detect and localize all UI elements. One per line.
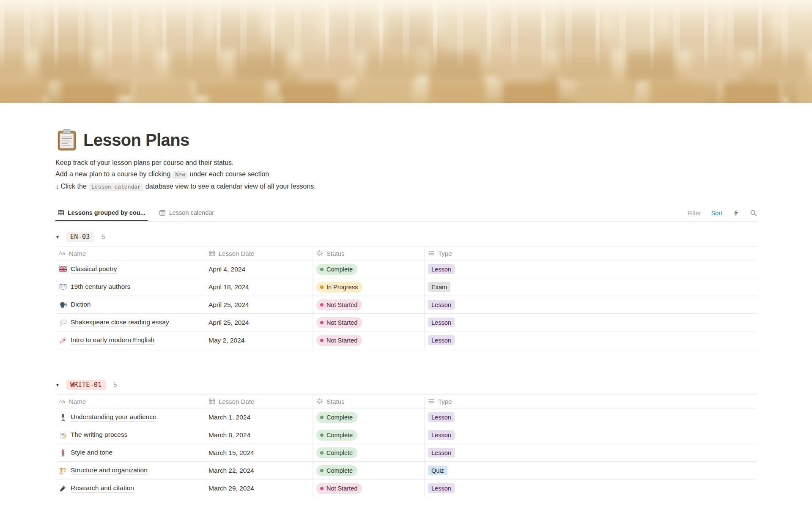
- table-row[interactable]: Diction April 25, 2024 Not Started Lesso…: [55, 296, 757, 314]
- table-row[interactable]: Shakespeare close reading essay April 25…: [55, 314, 757, 332]
- status-badge[interactable]: Complete: [316, 412, 357, 423]
- sort-button[interactable]: Sort: [711, 210, 722, 217]
- column-header-status[interactable]: Status: [313, 247, 425, 260]
- status-badge[interactable]: Complete: [316, 465, 357, 476]
- status-dot-icon: [320, 303, 324, 307]
- table-row[interactable]: Style and tone March 15, 2024 Complete L…: [55, 444, 757, 462]
- lightning-icon[interactable]: [732, 209, 740, 217]
- group-tag[interactable]: EN-03: [66, 232, 94, 242]
- type-badge[interactable]: Lesson: [428, 318, 455, 327]
- status-badge[interactable]: Complete: [316, 430, 357, 441]
- status-badge[interactable]: Not Started: [316, 317, 362, 328]
- status-dot-icon: [320, 285, 324, 289]
- lesson-date[interactable]: March 29, 2024: [205, 480, 313, 497]
- type-badge[interactable]: Lesson: [428, 448, 455, 458]
- status-badge[interactable]: Complete: [316, 447, 357, 458]
- description-text: Add a new plan to a course by clicking: [55, 170, 170, 178]
- lesson-date[interactable]: May 2, 2024: [205, 332, 313, 349]
- tab-lessons-grouped-by-course[interactable]: Lessons grouped by cou...: [55, 205, 148, 221]
- type-badge[interactable]: Lesson: [428, 335, 455, 345]
- lesson-title[interactable]: Research and citation: [71, 484, 134, 493]
- clipboard-icon[interactable]: [55, 128, 78, 152]
- search-icon[interactable]: [750, 209, 757, 217]
- lesson-title[interactable]: Diction: [71, 301, 91, 309]
- status-label: Not Started: [326, 319, 357, 326]
- lesson-title[interactable]: Structure and organization: [71, 466, 148, 475]
- lesson-date[interactable]: April 25, 2024: [205, 314, 313, 331]
- view-tabs: Lessons grouped by cou... Lesson calenda…: [55, 205, 225, 221]
- lesson-title[interactable]: Classical poetry: [71, 265, 117, 274]
- column-header-type[interactable]: Type: [425, 247, 757, 260]
- rocket-icon: [59, 336, 67, 345]
- column-header-status[interactable]: Status: [313, 395, 425, 408]
- course-group: ▼ EN-03 5 Name Lesson Date Status Type: [55, 227, 757, 349]
- type-badge[interactable]: Lesson: [428, 300, 455, 310]
- table-row[interactable]: The writing process March 8, 2024 Comple…: [55, 426, 757, 444]
- type-cell: Lesson: [425, 408, 757, 426]
- column-header-name[interactable]: Name: [55, 395, 205, 408]
- lesson-title[interactable]: Shakespeare close reading essay: [71, 318, 169, 327]
- lesson-date[interactable]: April 18, 2024: [205, 278, 313, 296]
- uk-flag-icon: [59, 265, 67, 274]
- cover-image[interactable]: [0, 0, 812, 103]
- group-header: ▼ EN-03 5: [55, 227, 757, 246]
- cover-light-glow: [0, 0, 812, 103]
- inline-code-lesson-calendar: Lesson calendar: [89, 183, 143, 191]
- status-badge[interactable]: Not Started: [316, 335, 362, 346]
- status-badge[interactable]: In Progress: [316, 282, 362, 293]
- status-dot-icon: [320, 433, 324, 437]
- table-row[interactable]: Structure and organization March 22, 202…: [55, 462, 757, 480]
- lesson-title[interactable]: Understanding your audience: [71, 413, 156, 422]
- type-badge[interactable]: Lesson: [428, 264, 455, 274]
- group-toggle-icon[interactable]: ▼: [55, 383, 66, 387]
- lesson-date[interactable]: March 22, 2024: [205, 462, 313, 479]
- status-label: Not Started: [326, 301, 357, 308]
- lesson-title[interactable]: 19th century authors: [71, 283, 130, 291]
- table-row[interactable]: 19th century authors April 18, 2024 In P…: [55, 278, 757, 296]
- name-cell: Structure and organization: [55, 462, 205, 479]
- table-row[interactable]: Intro to early modern English May 2, 202…: [55, 332, 757, 349]
- status-label: Complete: [326, 449, 353, 456]
- table-rows: Understanding your audience March 1, 202…: [55, 408, 757, 497]
- status-cell: Complete: [313, 444, 425, 461]
- lesson-date[interactable]: March 1, 2024: [205, 408, 313, 426]
- lesson-date[interactable]: April 4, 2024: [205, 260, 313, 278]
- status-badge[interactable]: Not Started: [316, 299, 362, 310]
- page-title[interactable]: Lesson Plans: [83, 131, 189, 150]
- calendar-icon: [208, 250, 215, 257]
- lesson-date[interactable]: March 15, 2024: [205, 444, 313, 461]
- type-badge[interactable]: Exam: [428, 282, 450, 292]
- group-toggle-icon[interactable]: ▼: [55, 235, 66, 239]
- description-text: ↓ Click the: [55, 183, 87, 190]
- type-badge[interactable]: Lesson: [428, 483, 455, 493]
- name-cell: Shakespeare close reading essay: [55, 314, 205, 331]
- table-row[interactable]: Classical poetry April 4, 2024 Complete …: [55, 260, 757, 278]
- name-cell: Diction: [55, 296, 205, 313]
- status-label: Complete: [326, 266, 353, 273]
- column-label: Type: [438, 250, 452, 257]
- course-groups: ▼ EN-03 5 Name Lesson Date Status Type: [55, 227, 757, 497]
- column-header-type[interactable]: Type: [425, 395, 757, 408]
- lesson-date[interactable]: April 25, 2024: [205, 296, 313, 313]
- column-label: Status: [326, 398, 345, 405]
- type-badge[interactable]: Lesson: [428, 412, 455, 422]
- lesson-title[interactable]: The writing process: [71, 431, 127, 439]
- column-header-name[interactable]: Name: [55, 247, 205, 260]
- type-badge[interactable]: Quiz: [428, 466, 447, 475]
- course-group: ▼ WRITE-01 5 Name Lesson Date Status Typ…: [55, 375, 757, 497]
- column-header-lesson-date[interactable]: Lesson Date: [205, 395, 313, 408]
- lesson-date[interactable]: March 8, 2024: [205, 426, 313, 444]
- status-badge[interactable]: Not Started: [316, 483, 362, 494]
- lesson-title[interactable]: Style and tone: [71, 449, 112, 457]
- status-dot-icon: [320, 321, 324, 324]
- table-row[interactable]: Research and citation March 29, 2024 Not…: [55, 480, 757, 497]
- type-badge[interactable]: Lesson: [428, 430, 455, 440]
- tab-lesson-calendar[interactable]: Lesson calendar: [157, 205, 216, 221]
- microphone-icon: [59, 413, 67, 422]
- filter-button[interactable]: Filter: [687, 210, 701, 217]
- lesson-title[interactable]: Intro to early modern English: [71, 336, 154, 345]
- group-tag[interactable]: WRITE-01: [66, 380, 106, 390]
- status-badge[interactable]: Complete: [316, 264, 357, 275]
- column-header-lesson-date[interactable]: Lesson Date: [205, 247, 313, 260]
- table-row[interactable]: Understanding your audience March 1, 202…: [55, 408, 757, 426]
